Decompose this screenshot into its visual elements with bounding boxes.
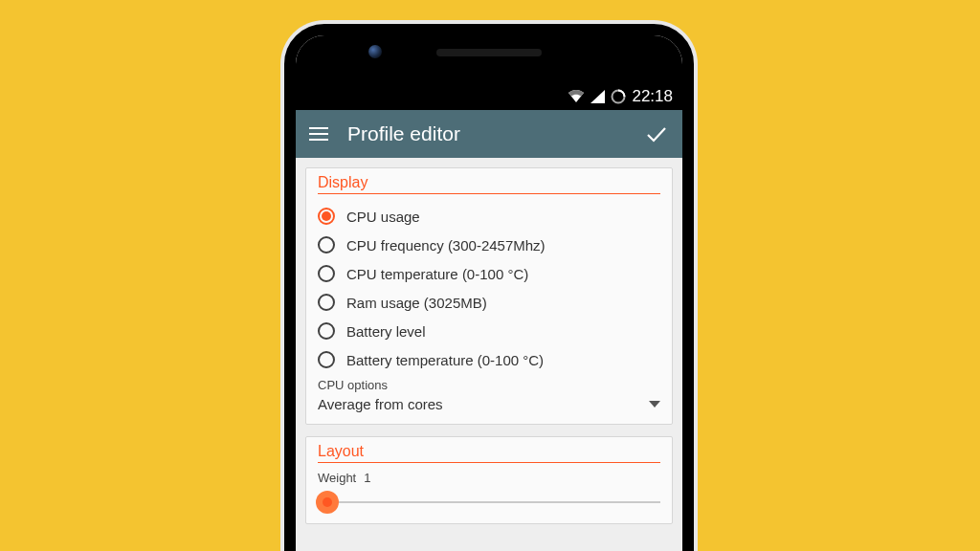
radio-icon (318, 236, 335, 253)
radio-label: CPU frequency (300-2457Mhz) (346, 237, 546, 253)
layout-section: Layout Weight 1 (305, 436, 673, 524)
status-bar: 22:18 (296, 83, 682, 110)
radio-label: Battery level (346, 323, 426, 340)
app-title: Profile editor (347, 122, 625, 145)
radio-battery-temperature[interactable]: Battery temperature (0-100 °C) (318, 345, 660, 374)
menu-icon[interactable] (309, 127, 328, 141)
radio-icon (318, 208, 335, 225)
radio-label: CPU temperature (0-100 °C) (346, 266, 528, 282)
front-camera (368, 45, 382, 58)
slider-thumb[interactable] (316, 491, 339, 514)
weight-label: Weight (318, 471, 356, 485)
content-area: Display CPU usage CPU frequency (300-245… (296, 158, 682, 551)
radio-battery-level[interactable]: Battery level (318, 317, 660, 345)
weight-value: 1 (364, 471, 370, 485)
cpu-options-label: CPU options (318, 378, 660, 392)
phone-frame: 22:18 Profile editor Display CPU usage C… (284, 24, 694, 551)
phone-bezel-top (296, 35, 682, 83)
confirm-icon[interactable] (644, 121, 669, 146)
chevron-down-icon (649, 401, 660, 408)
display-section-title: Display (318, 174, 660, 194)
radio-cpu-usage[interactable]: CPU usage (318, 202, 660, 231)
radio-icon (318, 294, 335, 311)
weight-slider[interactable] (318, 491, 660, 514)
cell-signal-icon (590, 90, 605, 103)
weight-row: Weight 1 (318, 471, 660, 485)
status-time: 22:18 (632, 87, 673, 106)
radio-icon (318, 322, 335, 340)
display-section: Display CPU usage CPU frequency (300-245… (305, 167, 673, 425)
app-bar: Profile editor (296, 110, 682, 158)
slider-track (318, 501, 660, 503)
radio-ram-usage[interactable]: Ram usage (3025MB) (318, 288, 660, 317)
dropdown-value: Average from cores (318, 396, 443, 412)
radio-label: Battery temperature (0-100 °C) (346, 352, 544, 368)
wifi-icon (568, 90, 585, 103)
cpu-options-dropdown[interactable]: Average from cores (318, 392, 660, 414)
radio-cpu-frequency[interactable]: CPU frequency (300-2457Mhz) (318, 231, 660, 259)
layout-section-title: Layout (318, 443, 660, 463)
radio-icon (318, 265, 335, 282)
radio-cpu-temperature[interactable]: CPU temperature (0-100 °C) (318, 259, 660, 288)
radio-label: CPU usage (346, 209, 420, 225)
loading-circle-icon (611, 89, 626, 104)
radio-label: Ram usage (3025MB) (346, 295, 487, 311)
radio-icon (318, 351, 335, 368)
phone-speaker (436, 49, 542, 56)
